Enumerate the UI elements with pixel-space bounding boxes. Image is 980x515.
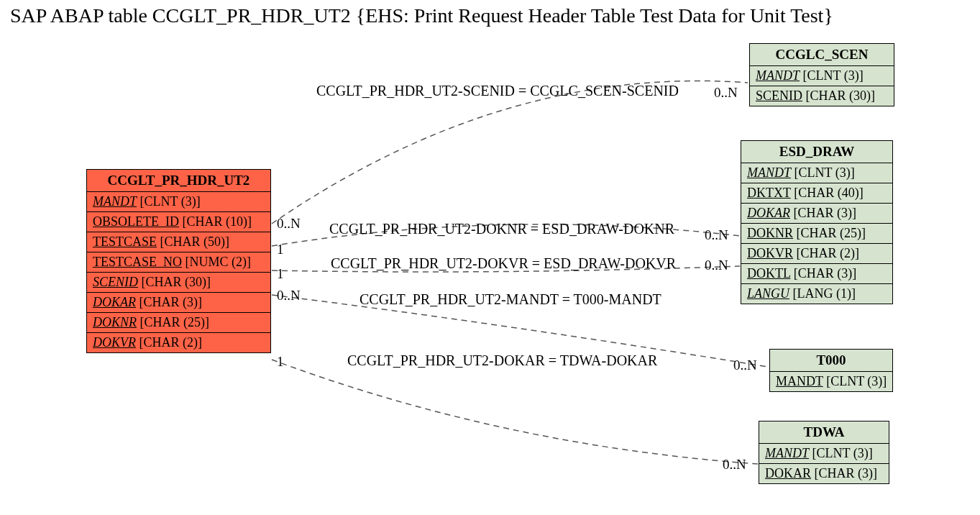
table-header: CCGLC_SCEN <box>750 44 894 66</box>
field-type: [CHAR (30)] <box>138 275 211 289</box>
field-type: [CLNT (3)] <box>823 374 887 388</box>
table-row: DOKAR [CHAR (3)] <box>87 293 270 313</box>
cardinality-left: 1 <box>277 354 284 370</box>
relation-label: CCGLT_PR_HDR_UT2-MANDT = T000-MANDT <box>360 291 661 308</box>
field-type: [CHAR (40)] <box>791 186 864 200</box>
table-row: TESTCASE [CHAR (50)] <box>87 232 270 252</box>
field-type: [CHAR (25)] <box>137 315 209 329</box>
cardinality-right: 0..N <box>705 258 728 273</box>
table-row: DOKVR [CHAR (2)] <box>741 244 892 264</box>
field-type: [CLNT (3)] <box>809 446 873 460</box>
field-name: SCENID <box>93 275 138 289</box>
field-name: DOKVR <box>93 335 136 350</box>
table-row: DOKTL [CHAR (3)] <box>741 264 892 284</box>
table-row: OBSOLETE_ID [CHAR (10)] <box>87 212 270 232</box>
cardinality-left: 0..N <box>277 216 301 232</box>
table-row: SCENID [CHAR (30)] <box>87 273 270 293</box>
table-ccglc-scen: CCGLC_SCEN MANDT [CLNT (3)]SCENID [CHAR … <box>749 43 894 106</box>
field-type: [NUMC (2)] <box>182 255 251 269</box>
diagram-canvas: SAP ABAP table CCGLT_PR_HDR_UT2 {EHS: Pr… <box>0 0 980 515</box>
table-main: CCGLT_PR_HDR_UT2 MANDT [CLNT (3)]OBSOLET… <box>86 169 271 353</box>
relation-label: CCGLT_PR_HDR_UT2-SCENID = CCGLC_SCEN-SCE… <box>316 83 679 99</box>
cardinality-left: 1 <box>277 266 284 282</box>
table-row: DOKNR [CHAR (25)] <box>87 313 270 333</box>
field-type: [CHAR (2)] <box>136 335 202 350</box>
field-name: LANGU <box>747 286 789 301</box>
table-row: DKTXT [CHAR (40)] <box>741 183 892 204</box>
table-header: ESD_DRAW <box>741 141 892 163</box>
field-name: SCENID <box>756 88 802 103</box>
cardinality-left: 1 <box>277 242 284 258</box>
table-row: SCENID [CHAR (30)] <box>750 86 894 106</box>
field-name: DOKTL <box>747 266 790 281</box>
field-name: DOKVR <box>747 246 793 260</box>
field-name: MANDT <box>756 68 800 83</box>
table-row: TESTCASE_NO [NUMC (2)] <box>87 252 270 273</box>
field-name: DOKNR <box>93 315 137 329</box>
relation-label: CCGLT_PR_HDR_UT2-DOKVR = ESD_DRAW-DOKVR <box>331 255 676 272</box>
field-type: [CHAR (3)] <box>811 466 877 480</box>
table-row: LANGU [LANG (1)] <box>741 284 892 304</box>
field-name: TESTCASE_NO <box>93 255 182 269</box>
field-type: [CHAR (3)] <box>790 206 856 220</box>
cardinality-right: 0..N <box>705 227 728 243</box>
field-name: MANDT <box>93 194 137 209</box>
table-header: TDWA <box>759 421 889 444</box>
table-row: MANDT [CLNT (3)] <box>759 444 889 464</box>
table-row: MANDT [CLNT (3)] <box>750 66 894 86</box>
field-type: [CLNT (3)] <box>791 165 855 180</box>
relation-label: CCGLT_PR_HDR_UT2-DOKAR = TDWA-DOKAR <box>347 352 657 369</box>
table-row: DOKAR [CHAR (3)] <box>741 204 892 224</box>
field-name: MANDT <box>776 374 823 388</box>
field-name: TESTCASE <box>93 234 157 249</box>
table-row: DOKAR [CHAR (3)] <box>759 464 889 483</box>
field-type: [CHAR (30)] <box>802 88 875 103</box>
table-esd-draw: ESD_DRAW MANDT [CLNT (3)]DKTXT [CHAR (40… <box>741 140 893 304</box>
field-type: [CHAR (2)] <box>793 246 859 260</box>
field-type: [CHAR (10)] <box>179 214 252 229</box>
cardinality-right: 0..N <box>723 457 746 473</box>
table-row: DOKNR [CHAR (25)] <box>741 224 892 244</box>
field-name: DOKAR <box>93 295 136 309</box>
cardinality-right: 0..N <box>733 357 757 373</box>
table-row: MANDT [CLNT (3)] <box>741 163 892 183</box>
field-type: [CLNT (3)] <box>800 68 864 83</box>
field-type: [LANG (1)] <box>789 286 856 301</box>
field-type: [CHAR (50)] <box>157 234 229 249</box>
field-name: DOKAR <box>747 206 790 220</box>
cardinality-left: 0..N <box>277 288 301 304</box>
table-t000: T000 MANDT [CLNT (3)] <box>769 349 893 392</box>
table-row: MANDT [CLNT (3)] <box>770 372 892 391</box>
relation-label: CCGLT_PR_HDR_UT2-DOKNR = ESD_DRAW-DOKNR <box>329 221 674 237</box>
field-type: [CHAR (25)] <box>793 226 866 240</box>
cardinality-right: 0..N <box>714 85 738 101</box>
field-name: MANDT <box>765 446 809 460</box>
table-row: DOKVR [CHAR (2)] <box>87 333 270 352</box>
table-header: T000 <box>770 350 892 372</box>
field-name: MANDT <box>747 165 791 180</box>
field-name: DKTXT <box>747 186 791 200</box>
field-type: [CLNT (3)] <box>137 194 201 209</box>
field-type: [CHAR (3)] <box>790 266 856 281</box>
field-name: DOKAR <box>765 466 811 480</box>
table-tdwa: TDWA MANDT [CLNT (3)]DOKAR [CHAR (3)] <box>759 421 889 484</box>
field-name: DOKNR <box>747 226 793 240</box>
table-row: MANDT [CLNT (3)] <box>87 192 270 212</box>
table-header: CCGLT_PR_HDR_UT2 <box>87 170 270 192</box>
field-type: [CHAR (3)] <box>136 295 202 309</box>
field-name: OBSOLETE_ID <box>93 214 179 229</box>
